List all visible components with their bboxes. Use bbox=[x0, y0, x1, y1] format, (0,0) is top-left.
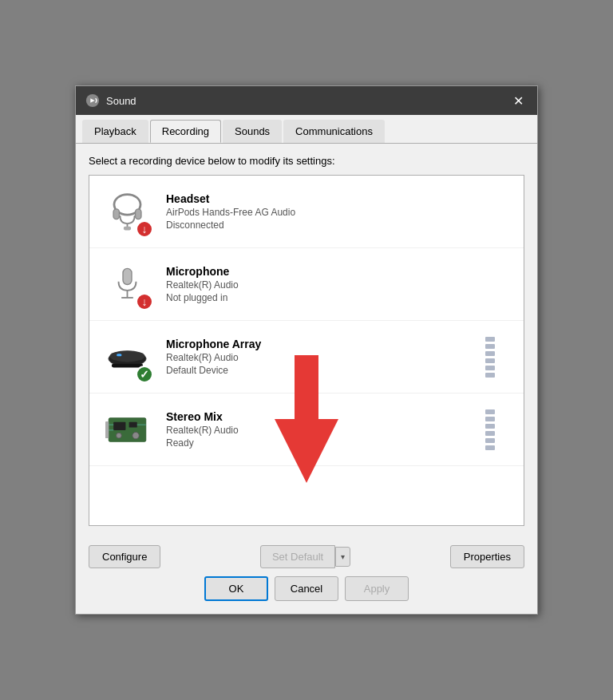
microphone-array-name: Microphone Array bbox=[166, 338, 261, 350]
bottom-row-bottom: OK Cancel Apply bbox=[89, 576, 524, 606]
svg-point-17 bbox=[132, 432, 138, 438]
sound-dialog: Sound ✕ Playback Recording Sounds Commun… bbox=[75, 85, 538, 615]
stereo-mix-icon-wrapper bbox=[99, 401, 155, 457]
tab-sounds[interactable]: Sounds bbox=[223, 120, 282, 143]
microphone-array-detail2: Default Device bbox=[166, 365, 261, 376]
tab-content: Select a recording device below to modif… bbox=[76, 144, 537, 537]
microphone-array-status-badge: ✓ bbox=[136, 366, 153, 383]
svg-rect-22 bbox=[105, 421, 109, 437]
svg-rect-4 bbox=[135, 208, 140, 219]
device-item-microphone[interactable]: ↓ Microphone Realtek(R) Audio Not plugge… bbox=[89, 248, 524, 321]
microphone-detail1: Realtek(R) Audio bbox=[166, 279, 239, 291]
headset-name: Headset bbox=[166, 192, 295, 205]
svg-rect-6 bbox=[123, 226, 130, 230]
headset-detail2: Disconnected bbox=[166, 219, 295, 231]
set-default-dropdown[interactable]: ▾ bbox=[335, 547, 350, 567]
svg-rect-7 bbox=[123, 268, 132, 284]
device-item-stereo-mix[interactable]: Stereo Mix Realtek(R) Audio Ready bbox=[89, 394, 524, 466]
svg-rect-16 bbox=[129, 421, 136, 427]
svg-rect-3 bbox=[113, 208, 119, 219]
microphone-array-detail1: Realtek(R) Audio bbox=[166, 352, 261, 363]
svg-rect-15 bbox=[113, 421, 125, 429]
stereo-mix-info: Stereo Mix Realtek(R) Audio Ready bbox=[166, 410, 239, 449]
stereo-mix-level-bars bbox=[485, 409, 514, 450]
configure-button[interactable]: Configure bbox=[89, 545, 160, 568]
microphone-name: Microphone bbox=[166, 265, 239, 278]
device-item-microphone-array[interactable]: ✓ Microphone Array Realtek(R) Audio Defa… bbox=[89, 321, 524, 394]
tab-recording[interactable]: Recording bbox=[150, 120, 221, 143]
microphone-array-info: Microphone Array Realtek(R) Audio Defaul… bbox=[166, 338, 261, 376]
ok-button[interactable]: OK bbox=[204, 576, 268, 601]
headset-detail1: AirPods Hands-Free AG Audio bbox=[166, 207, 295, 218]
device-list[interactable]: ↓ Headset AirPods Hands-Free AG Audio Di… bbox=[89, 175, 524, 526]
close-button[interactable]: ✕ bbox=[508, 91, 528, 110]
svg-point-18 bbox=[116, 433, 121, 438]
window-title: Sound bbox=[106, 95, 136, 107]
headset-status-badge: ↓ bbox=[136, 220, 153, 238]
svg-rect-12 bbox=[111, 363, 142, 367]
headset-icon-wrapper: ↓ bbox=[99, 184, 155, 239]
bottom-bar: Configure Set Default ▾ Properties OK Ca… bbox=[76, 537, 537, 614]
stereo-mix-detail2: Ready bbox=[166, 437, 239, 449]
svg-rect-13 bbox=[117, 354, 121, 356]
tab-communications[interactable]: Communications bbox=[283, 120, 385, 143]
tab-playback[interactable]: Playback bbox=[82, 120, 148, 143]
microphone-icon-wrapper: ↓ bbox=[99, 256, 155, 312]
instruction-text: Select a recording device below to modif… bbox=[89, 155, 524, 167]
title-bar: Sound ✕ bbox=[76, 86, 537, 115]
microphone-array-level-bars bbox=[485, 337, 514, 378]
device-item-headset[interactable]: ↓ Headset AirPods Hands-Free AG Audio Di… bbox=[89, 176, 524, 248]
microphone-status-badge: ↓ bbox=[136, 293, 153, 310]
set-default-group: Set Default ▾ bbox=[260, 545, 350, 568]
svg-point-11 bbox=[109, 350, 144, 362]
set-default-button[interactable]: Set Default bbox=[260, 545, 335, 568]
headset-info: Headset AirPods Hands-Free AG Audio Disc… bbox=[166, 192, 295, 231]
properties-button[interactable]: Properties bbox=[450, 545, 524, 568]
title-bar-left: Sound bbox=[85, 93, 136, 108]
sound-title-icon bbox=[85, 93, 100, 108]
tab-bar: Playback Recording Sounds Communications bbox=[76, 115, 537, 144]
stereo-mix-detail1: Realtek(R) Audio bbox=[166, 425, 239, 436]
apply-button[interactable]: Apply bbox=[345, 576, 409, 601]
microphone-info: Microphone Realtek(R) Audio Not plugged … bbox=[166, 265, 239, 303]
bottom-row-top: Configure Set Default ▾ Properties bbox=[89, 545, 524, 568]
stereo-mix-icon bbox=[105, 408, 149, 452]
stereo-mix-name: Stereo Mix bbox=[166, 410, 239, 423]
microphone-array-icon-wrapper: ✓ bbox=[99, 329, 155, 385]
microphone-detail2: Not plugged in bbox=[166, 292, 239, 303]
cancel-button[interactable]: Cancel bbox=[275, 576, 338, 601]
